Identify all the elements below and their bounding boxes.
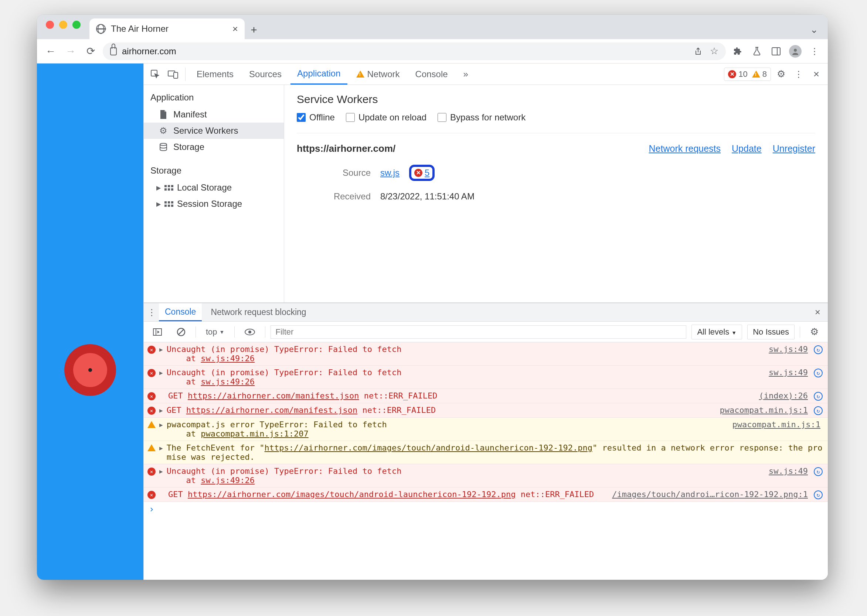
error-icon: ✕ xyxy=(147,491,156,499)
log-message: Uncaught (in promise) TypeError: Failed … xyxy=(167,467,765,485)
tab-title: The Air Horner xyxy=(111,24,169,34)
no-issues-button[interactable]: No Issues xyxy=(747,325,794,339)
console-sidebar-toggle-icon[interactable] xyxy=(148,326,167,338)
network-requests-link[interactable]: Network requests xyxy=(649,143,721,154)
address-bar[interactable]: airhorner.com ☆ xyxy=(103,42,726,60)
console-row[interactable]: ✕GET https://airhorner.com/manifest.json… xyxy=(144,389,828,403)
console-prompt[interactable]: › xyxy=(144,502,828,517)
devtools-panel: Elements Sources Application Network Con… xyxy=(143,63,828,580)
log-message: Uncaught (in promise) TypeError: Failed … xyxy=(167,344,765,363)
console-settings-icon[interactable]: ⚙ xyxy=(805,324,823,340)
devtools-drawer: ⋮ Console Network request blocking × top… xyxy=(144,303,828,580)
sw-error-count-highlight[interactable]: ✕ 5 xyxy=(409,165,435,181)
console-row[interactable]: ▶pwacompat.js error TypeError: Failed to… xyxy=(144,418,828,441)
disclosure-triangle-icon[interactable]: ▶ xyxy=(159,420,163,428)
log-message: GET https://airhorner.com/manifest.json … xyxy=(168,391,755,400)
maximize-window-button[interactable] xyxy=(73,21,80,29)
tab-console[interactable]: Console xyxy=(409,63,454,85)
sw-error-count[interactable]: 5 xyxy=(425,168,429,178)
sidebar-item-session-storage[interactable]: ▶ Session Storage xyxy=(144,196,284,212)
sw-source-link[interactable]: sw.js xyxy=(380,168,399,178)
drawer-tab-console[interactable]: Console xyxy=(159,303,202,321)
application-panel: Application Manifest ⚙ Service Workers S… xyxy=(144,85,828,303)
disclosure-triangle-icon[interactable]: ▶ xyxy=(159,344,163,353)
database-icon xyxy=(159,142,168,152)
tabs-overflow[interactable]: » xyxy=(457,63,475,85)
page-viewport xyxy=(37,63,143,580)
warning-icon xyxy=(147,444,156,451)
reload-button[interactable]: ⟳ xyxy=(83,44,98,59)
devtools-close-button[interactable]: × xyxy=(809,66,824,82)
sidebar-item-service-workers[interactable]: ⚙ Service Workers xyxy=(144,123,284,139)
table-icon xyxy=(164,201,173,207)
pane-title: Service Workers xyxy=(297,93,815,105)
sidebar-item-manifest[interactable]: Manifest xyxy=(144,106,284,123)
tab-sources[interactable]: Sources xyxy=(243,63,288,85)
clear-console-icon[interactable] xyxy=(172,325,190,339)
console-row[interactable]: ✕▶Uncaught (in promise) TypeError: Faile… xyxy=(144,366,828,389)
forward-button[interactable]: → xyxy=(63,44,78,59)
close-window-button[interactable] xyxy=(46,21,54,29)
log-source-link[interactable]: pwacompat.min.js:1 xyxy=(720,405,810,415)
received-label: Received xyxy=(297,191,370,202)
update-on-reload-checkbox[interactable]: Update on reload xyxy=(346,112,427,123)
bypass-for-network-checkbox[interactable]: Bypass for network xyxy=(438,112,525,123)
labs-icon[interactable] xyxy=(749,44,764,59)
share-icon[interactable] xyxy=(693,47,702,56)
drawer-tab-network-blocking[interactable]: Network request blocking xyxy=(205,303,312,321)
extensions-icon[interactable] xyxy=(730,44,745,59)
device-toolbar-icon[interactable] xyxy=(165,66,181,82)
console-row[interactable]: ✕▶Uncaught (in promise) TypeError: Faile… xyxy=(144,343,828,366)
application-sidebar: Application Manifest ⚙ Service Workers S… xyxy=(144,85,284,302)
devtools-tabbar: Elements Sources Application Network Con… xyxy=(144,63,828,85)
browser-menu-button[interactable]: ⋮ xyxy=(807,44,822,59)
tab-network[interactable]: Network xyxy=(350,63,407,85)
context-selector[interactable]: top ▼ xyxy=(201,325,229,339)
svg-rect-0 xyxy=(772,48,780,55)
console-filter-input[interactable] xyxy=(271,325,686,339)
devtools-menu-icon[interactable]: ⋮ xyxy=(791,66,806,82)
log-source-link[interactable]: pwacompat.min.js:1 xyxy=(733,420,823,429)
error-icon: ✕ xyxy=(147,407,156,415)
sidebar-item-local-storage[interactable]: ▶ Local Storage xyxy=(144,179,284,196)
browser-tab[interactable]: The Air Horner × xyxy=(90,19,245,39)
inspect-element-icon[interactable] xyxy=(147,66,163,82)
disclosure-triangle-icon[interactable]: ▶ xyxy=(159,405,163,414)
svg-line-10 xyxy=(178,329,184,335)
log-source-link[interactable]: sw.js:49 xyxy=(769,467,810,476)
disclosure-triangle-icon[interactable]: ▶ xyxy=(159,467,163,475)
live-expression-icon[interactable] xyxy=(240,326,260,338)
console-row[interactable]: ▶The FetchEvent for "https://airhorner.c… xyxy=(144,441,828,464)
back-button[interactable]: ← xyxy=(43,44,58,59)
tab-close-button[interactable]: × xyxy=(232,23,238,35)
unregister-link[interactable]: Unregister xyxy=(773,143,815,154)
airhorn-button[interactable] xyxy=(64,344,116,396)
bookmark-icon[interactable]: ☆ xyxy=(707,46,719,57)
sidebar-item-storage[interactable]: Storage xyxy=(144,139,284,155)
offline-checkbox[interactable]: Offline xyxy=(297,112,335,123)
devtools-settings-icon[interactable]: ⚙ xyxy=(773,66,789,82)
tabs-overflow-button[interactable]: ⌄ xyxy=(810,24,828,39)
drawer-close-button[interactable]: × xyxy=(811,306,824,318)
update-link[interactable]: Update xyxy=(732,143,762,154)
console-row[interactable]: ✕GET https://airhorner.com/images/touch/… xyxy=(144,487,828,502)
log-levels-selector[interactable]: All levels ▼ xyxy=(692,325,742,339)
log-source-link[interactable]: /images/touch/androi…ricon-192-192.png:1 xyxy=(612,490,810,499)
drawer-menu-icon[interactable]: ⋮ xyxy=(147,307,156,317)
tab-application[interactable]: Application xyxy=(290,63,347,85)
disclosure-triangle-icon: ▶ xyxy=(156,201,161,207)
disclosure-triangle-icon[interactable]: ▶ xyxy=(159,368,163,376)
warning-icon xyxy=(147,421,156,428)
tab-elements[interactable]: Elements xyxy=(190,63,240,85)
new-tab-button[interactable]: + xyxy=(245,21,263,39)
side-panel-icon[interactable] xyxy=(769,44,783,59)
log-source-link[interactable]: sw.js:49 xyxy=(769,368,810,377)
minimize-window-button[interactable] xyxy=(59,21,67,29)
console-row[interactable]: ✕▶GET https://airhorner.com/manifest.jso… xyxy=(144,403,828,418)
issues-badge[interactable]: ✕10 8 xyxy=(724,68,771,81)
log-source-link[interactable]: (index):26 xyxy=(759,391,810,400)
log-source-link[interactable]: sw.js:49 xyxy=(769,344,810,354)
profile-button[interactable] xyxy=(788,44,803,59)
disclosure-triangle-icon[interactable]: ▶ xyxy=(159,443,163,452)
console-row[interactable]: ✕▶Uncaught (in promise) TypeError: Faile… xyxy=(144,464,828,487)
